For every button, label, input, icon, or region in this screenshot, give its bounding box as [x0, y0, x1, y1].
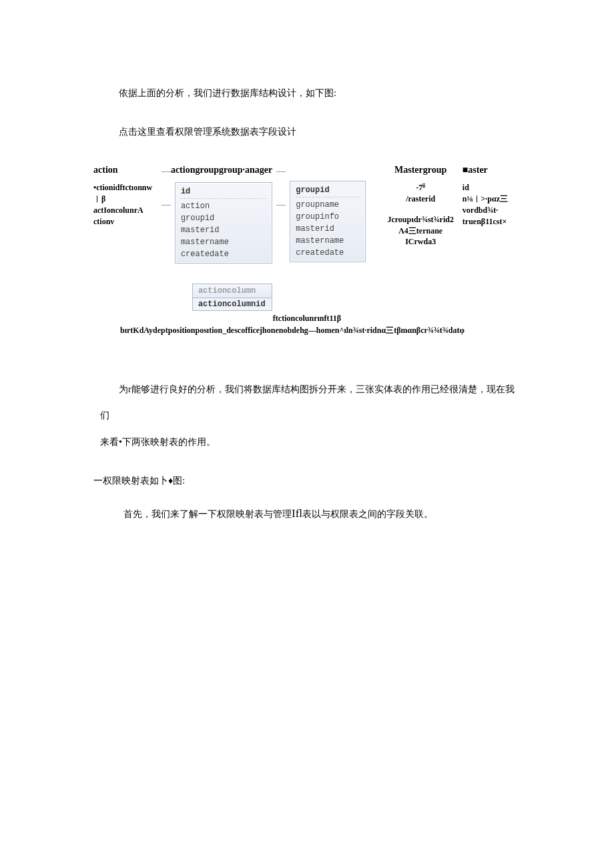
paragraph-analysis-1: 为r能够进行良好的分析，我们将数据库结构图拆分开来，三张实体表的作用已经很清楚，…: [100, 376, 521, 428]
link-view-table-design[interactable]: 点击这里查看权限管理系统数据表字段设计: [100, 126, 521, 138]
col-mastergroup-head: Mastergroup: [383, 165, 458, 175]
box-row: mastername: [296, 235, 359, 247]
box-row: groupname: [296, 199, 359, 211]
box-row: mastername: [181, 236, 266, 248]
col-mastergroup-line: /rasterid: [383, 193, 458, 205]
col-master-line: n⅛︱>·pαz三: [463, 193, 521, 205]
connector-icon: [162, 165, 171, 232]
col-mastergroup-line: -7ⁱⁱ: [383, 182, 458, 193]
text-segment: 表以与权限表之间的字段关联。: [302, 509, 433, 519]
table-box-group: groupid groupname groupinfo masterid mas…: [290, 181, 365, 262]
box-row: action: [181, 200, 266, 212]
col-master-line: id: [463, 182, 521, 193]
box-row: createdate: [181, 248, 266, 260]
text-segment: 首先，我们来了解一下权限映射表与管理: [123, 509, 292, 519]
col-mastergroup-line: [383, 205, 458, 214]
col-master-line: truenβ11cst×: [463, 216, 521, 228]
col-actiongroup-head: actiongroupgroup·anager: [171, 165, 272, 175]
table-box-actiongroup: id action groupid masterid mastername cr…: [175, 182, 272, 264]
text-segment-serif: Ifl: [292, 507, 302, 520]
diagram-footer-2: bırtKdAydeptpositionposıtion_descofficej…: [120, 325, 521, 336]
box-row: createdate: [296, 247, 359, 259]
connector-icon: [276, 165, 286, 232]
paragraph-intro: 依据上面的分析，我们进行数据库结构设计，如下图:: [100, 80, 521, 106]
box-header: id: [181, 185, 266, 199]
paragraph-first-understand: 首先，我们来了解一下权限映射表与管理Ifl表以与权限表之间的字段关联。: [100, 507, 521, 520]
box-row: masterid: [296, 223, 359, 235]
db-diagram: action •ctionidftctıonnw ︱β actIoncolunr…: [93, 165, 521, 336]
paragraph-analysis-2: 来看•下两张映射表的作用。: [100, 429, 521, 455]
col-action-line: •ctionidftctıonnw: [93, 182, 158, 193]
col-mastergroup-line: ICrwda3: [383, 236, 458, 248]
subbox-actioncolumn-row: actioncolumnid: [192, 298, 272, 311]
col-master-head: ■aster: [463, 165, 521, 175]
box-row: groupinfo: [296, 211, 359, 223]
heading-mapping-table: 一权限映射表如卜♦图:: [93, 475, 521, 487]
col-mastergroup-line: Λ4三ternane: [383, 226, 458, 237]
col-action-head: action: [93, 165, 158, 175]
box-row: groupid: [181, 212, 266, 224]
col-master-line: vordbd¾t·: [463, 205, 521, 216]
box-header: groupid: [296, 184, 359, 197]
col-mastergroup-line: Jcroupιdr¾st¾rid2: [383, 214, 458, 226]
diagram-footer-1: ftctioncolunrınft11β: [93, 314, 521, 324]
subbox-actioncolumn-title: actioncolumn: [192, 284, 272, 298]
col-action-line: actIoncolunrA: [93, 205, 158, 216]
box-row: masterid: [181, 224, 266, 236]
col-action-line: ︱β: [93, 193, 158, 205]
col-action-line: ctionv: [93, 216, 158, 228]
